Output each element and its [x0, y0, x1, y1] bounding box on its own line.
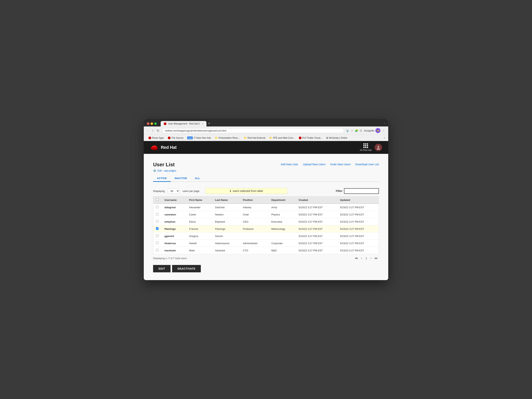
filter-row: Filter — [336, 188, 379, 194]
rover-apps-favicon — [148, 137, 151, 139]
the-source-favicon — [168, 137, 171, 139]
select-all-checkbox[interactable] — [156, 198, 158, 201]
all-redhat-button[interactable]: All Red Hat — [360, 143, 372, 151]
filter-label: Filter — [336, 190, 342, 192]
maximize-button[interactable] — [154, 122, 157, 125]
cell-username: fflamingo — [162, 225, 186, 233]
rh-logo-text: Red Hat — [161, 145, 177, 150]
tab-inactive[interactable]: INACTIVE — [171, 175, 191, 182]
cell-firstname: Mark — [186, 247, 212, 254]
back-button[interactable]: ‹ — [147, 128, 149, 133]
col-position: Position — [240, 196, 269, 204]
bookmark-it-new-hire[interactable]: new IT New Hire Hub — [186, 136, 212, 140]
new-tab-button[interactable]: + — [206, 121, 212, 126]
reload-button[interactable]: ↻ — [156, 128, 160, 133]
cell-updated: 5/23/22 3:27 PM EST — [337, 225, 379, 233]
bookmarks-more[interactable]: » — [384, 137, 385, 139]
edit-button[interactable]: EDIT — [153, 265, 171, 272]
close-button[interactable] — [147, 122, 149, 125]
settings-icon: ⚙️ — [153, 169, 156, 172]
tab-all[interactable]: ALL — [191, 175, 204, 182]
selection-count: 1 — [230, 190, 231, 192]
cell-department: Executive — [268, 218, 296, 225]
bookmark-the-source[interactable]: The Source — [166, 136, 185, 140]
pagination: ⏮ ‹ 1 › ⏭ — [354, 256, 379, 260]
svg-point-3 — [377, 148, 380, 150]
active-tab[interactable]: User Management - Red Hat C ✕ — [161, 121, 206, 126]
row-checkbox[interactable] — [156, 242, 158, 244]
next-page-button[interactable]: › — [369, 256, 373, 260]
prev-page-button[interactable]: ‹ — [360, 256, 363, 260]
selection-text: users selected from table — [233, 190, 263, 192]
invite-new-users-link[interactable]: Invite New Users — [330, 163, 351, 166]
bookmark-pnt[interactable]: PnT Public Cloud... — [297, 136, 324, 140]
cell-firstname: Frances — [186, 225, 212, 233]
row-checkbox[interactable] — [156, 227, 158, 230]
cell-firstname: Gregory — [186, 233, 212, 240]
cell-username: canewton — [162, 211, 186, 218]
row-checkbox[interactable] — [156, 249, 158, 251]
tab-title: User Management - Red Hat C — [168, 122, 200, 125]
bookmark-rover-apps[interactable]: Rover Apps — [147, 136, 165, 140]
row-checkbox[interactable] — [156, 220, 158, 222]
per-page-select[interactable]: 10 25 50 100 — [168, 189, 179, 194]
cell-position — [240, 233, 269, 240]
first-page-button[interactable]: ⏮ — [354, 256, 359, 260]
row-checkbox[interactable] — [156, 213, 158, 216]
bookmark-presentation[interactable]: 📁 Presentation Reso... — [213, 136, 241, 140]
rh-logo[interactable]: Red Hat — [150, 144, 177, 151]
col-username: Username — [162, 196, 186, 204]
rh-nav-right: All Red Hat — [360, 143, 382, 151]
col-created: Created — [296, 196, 337, 204]
bookmark-mcsandy[interactable]: ⊞ McSandy | Online — [325, 136, 349, 140]
folder-icon: 📁 — [215, 136, 218, 139]
menu-icon[interactable]: ⋮ — [382, 129, 385, 132]
svg-point-2 — [377, 146, 379, 148]
bookmark-icon[interactable]: ☆ — [351, 129, 353, 132]
minimize-button[interactable] — [151, 122, 153, 125]
table-row: hhadrosa Hariett Hadrosaurus Administrat… — [153, 240, 379, 247]
cell-updated: 5/23/22 3:27 PM EST — [337, 203, 379, 211]
window-controls: ⌄ — [383, 122, 385, 125]
col-department: Department — [268, 196, 296, 204]
address-input[interactable] — [162, 128, 344, 133]
table-body: aldagreat Alexander DaGreat Infantry Arm… — [153, 203, 379, 254]
deactivate-button[interactable]: DEACTIVATE — [172, 265, 201, 272]
forward-button[interactable]: › — [151, 128, 154, 133]
user-avatar[interactable] — [375, 144, 382, 151]
last-page-button[interactable]: ⏭ — [374, 256, 379, 260]
cell-firstname: Hariett — [186, 240, 212, 247]
cell-created: 5/23/22 3:27 PM EST — [296, 240, 337, 247]
cell-department: Army — [268, 203, 296, 211]
incognito-label: Incognito — [364, 129, 374, 132]
tab-search-icon[interactable]: ⊡ — [360, 129, 362, 132]
page-header-row: User List Add New User Upload New Users … — [153, 162, 379, 168]
extensions-icon[interactable]: 🧩 — [355, 129, 358, 132]
page-title: User List — [153, 162, 175, 168]
filter-input[interactable] — [344, 188, 379, 194]
tab-close-icon[interactable]: ✕ — [202, 123, 203, 125]
upload-new-users-link[interactable]: Upload New Users — [303, 163, 326, 166]
cell-updated: 5/23/22 3:27 PM EST — [337, 233, 379, 240]
incognito-avatar: 🕵 — [375, 128, 380, 133]
bookmark-pfe[interactable]: 📁 PFE and Web Com... — [267, 136, 297, 140]
table-footer: Displaying 1–7 of 7 total users ⏮ ‹ 1 › … — [153, 254, 379, 260]
table-row: eelephan Elena Elephant CEO Executive 5/… — [153, 218, 379, 225]
address-bar: ‹ › ↻ 📡 ☆ 🧩 ⊡ Incognito 🕵 ⋮ — [144, 126, 388, 135]
download-user-list-link[interactable]: Download User List — [355, 163, 379, 166]
add-new-user-link[interactable]: Add New User — [281, 163, 298, 166]
cell-created: 5/23/22 3:27 PM EST — [296, 203, 337, 211]
edit-link[interactable]: Edit - asp-judges — [157, 169, 176, 172]
row-checkbox[interactable] — [156, 206, 158, 208]
cell-updated: 5/23/22 3:27 PM EST — [337, 211, 379, 218]
pnt-favicon — [299, 137, 302, 139]
cell-username: aldagreat — [162, 203, 186, 211]
cell-position: Chair — [240, 211, 269, 218]
cell-lastname: DaGreat — [212, 203, 240, 211]
row-checkbox[interactable] — [156, 235, 158, 237]
table-header-row: Username First Name Last Name Position D… — [153, 196, 379, 204]
incognito-button[interactable]: Incognito 🕵 — [364, 128, 380, 133]
bookmark-redhat-external[interactable]: 📁 Red Hat External — [242, 136, 267, 140]
tab-bar: User Management - Red Hat C ✕ + — [161, 121, 381, 126]
tab-active[interactable]: ACTIVE — [153, 175, 171, 182]
